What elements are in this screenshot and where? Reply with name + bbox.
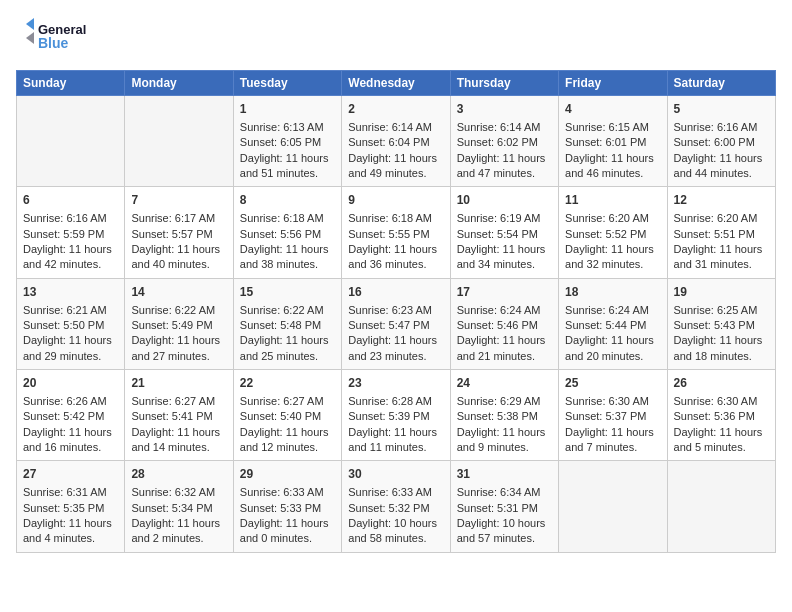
day-number: 7 <box>131 192 226 209</box>
cell-content-line: Sunset: 6:00 PM <box>674 135 769 150</box>
logo: General Blue <box>16 16 116 58</box>
calendar-cell: 15Sunrise: 6:22 AMSunset: 5:48 PMDayligh… <box>233 278 341 369</box>
day-number: 31 <box>457 466 552 483</box>
cell-content-line: Sunset: 6:02 PM <box>457 135 552 150</box>
cell-content-line: Sunrise: 6:18 AM <box>348 211 443 226</box>
weekday-header-friday: Friday <box>559 71 667 96</box>
cell-content-line: Sunset: 5:32 PM <box>348 501 443 516</box>
day-number: 11 <box>565 192 660 209</box>
calendar-cell: 3Sunrise: 6:14 AMSunset: 6:02 PMDaylight… <box>450 96 558 187</box>
cell-content-line: Sunset: 5:46 PM <box>457 318 552 333</box>
cell-content-line: Daylight: 11 hours and 7 minutes. <box>565 425 660 456</box>
cell-content-line: Sunrise: 6:20 AM <box>674 211 769 226</box>
calendar-cell <box>125 96 233 187</box>
day-number: 18 <box>565 284 660 301</box>
cell-content-line: Sunset: 5:42 PM <box>23 409 118 424</box>
calendar-cell: 30Sunrise: 6:33 AMSunset: 5:32 PMDayligh… <box>342 461 450 552</box>
cell-content-line: Daylight: 11 hours and 29 minutes. <box>23 333 118 364</box>
day-number: 29 <box>240 466 335 483</box>
cell-content-line: Sunrise: 6:23 AM <box>348 303 443 318</box>
cell-content-line: Sunrise: 6:29 AM <box>457 394 552 409</box>
day-number: 2 <box>348 101 443 118</box>
cell-content-line: Daylight: 11 hours and 38 minutes. <box>240 242 335 273</box>
cell-content-line: Daylight: 11 hours and 40 minutes. <box>131 242 226 273</box>
cell-content-line: Sunset: 5:39 PM <box>348 409 443 424</box>
cell-content-line: Daylight: 11 hours and 9 minutes. <box>457 425 552 456</box>
svg-marker-3 <box>26 32 34 44</box>
cell-content-line: Sunset: 5:54 PM <box>457 227 552 242</box>
day-number: 30 <box>348 466 443 483</box>
day-number: 24 <box>457 375 552 392</box>
day-number: 6 <box>23 192 118 209</box>
calendar-cell: 5Sunrise: 6:16 AMSunset: 6:00 PMDaylight… <box>667 96 775 187</box>
calendar-week-5: 27Sunrise: 6:31 AMSunset: 5:35 PMDayligh… <box>17 461 776 552</box>
calendar-cell: 6Sunrise: 6:16 AMSunset: 5:59 PMDaylight… <box>17 187 125 278</box>
cell-content-line: Sunrise: 6:24 AM <box>457 303 552 318</box>
calendar-cell: 2Sunrise: 6:14 AMSunset: 6:04 PMDaylight… <box>342 96 450 187</box>
cell-content-line: Sunrise: 6:14 AM <box>457 120 552 135</box>
cell-content-line: Sunrise: 6:25 AM <box>674 303 769 318</box>
day-number: 15 <box>240 284 335 301</box>
cell-content-line: Sunrise: 6:26 AM <box>23 394 118 409</box>
calendar-cell <box>667 461 775 552</box>
calendar-cell: 17Sunrise: 6:24 AMSunset: 5:46 PMDayligh… <box>450 278 558 369</box>
calendar-cell: 16Sunrise: 6:23 AMSunset: 5:47 PMDayligh… <box>342 278 450 369</box>
day-number: 23 <box>348 375 443 392</box>
day-number: 27 <box>23 466 118 483</box>
cell-content-line: Sunrise: 6:27 AM <box>131 394 226 409</box>
cell-content-line: Sunrise: 6:21 AM <box>23 303 118 318</box>
calendar-table: SundayMondayTuesdayWednesdayThursdayFrid… <box>16 70 776 553</box>
cell-content-line: Sunrise: 6:27 AM <box>240 394 335 409</box>
cell-content-line: Daylight: 11 hours and 16 minutes. <box>23 425 118 456</box>
day-number: 4 <box>565 101 660 118</box>
calendar-cell: 1Sunrise: 6:13 AMSunset: 6:05 PMDaylight… <box>233 96 341 187</box>
calendar-cell: 26Sunrise: 6:30 AMSunset: 5:36 PMDayligh… <box>667 370 775 461</box>
cell-content-line: Sunrise: 6:16 AM <box>23 211 118 226</box>
day-number: 16 <box>348 284 443 301</box>
cell-content-line: Sunset: 5:59 PM <box>23 227 118 242</box>
cell-content-line: Daylight: 11 hours and 34 minutes. <box>457 242 552 273</box>
cell-content-line: Sunset: 5:37 PM <box>565 409 660 424</box>
day-number: 3 <box>457 101 552 118</box>
weekday-header-wednesday: Wednesday <box>342 71 450 96</box>
calendar-week-2: 6Sunrise: 6:16 AMSunset: 5:59 PMDaylight… <box>17 187 776 278</box>
day-number: 26 <box>674 375 769 392</box>
day-number: 25 <box>565 375 660 392</box>
calendar-cell: 10Sunrise: 6:19 AMSunset: 5:54 PMDayligh… <box>450 187 558 278</box>
cell-content-line: Daylight: 11 hours and 32 minutes. <box>565 242 660 273</box>
cell-content-line: Daylight: 11 hours and 0 minutes. <box>240 516 335 547</box>
cell-content-line: Daylight: 11 hours and 11 minutes. <box>348 425 443 456</box>
day-number: 13 <box>23 284 118 301</box>
day-number: 21 <box>131 375 226 392</box>
cell-content-line: Sunrise: 6:33 AM <box>348 485 443 500</box>
cell-content-line: Sunset: 5:52 PM <box>565 227 660 242</box>
day-number: 22 <box>240 375 335 392</box>
cell-content-line: Sunrise: 6:22 AM <box>131 303 226 318</box>
cell-content-line: Sunset: 5:40 PM <box>240 409 335 424</box>
calendar-cell: 14Sunrise: 6:22 AMSunset: 5:49 PMDayligh… <box>125 278 233 369</box>
day-number: 1 <box>240 101 335 118</box>
cell-content-line: Daylight: 11 hours and 25 minutes. <box>240 333 335 364</box>
day-number: 5 <box>674 101 769 118</box>
calendar-cell: 25Sunrise: 6:30 AMSunset: 5:37 PMDayligh… <box>559 370 667 461</box>
calendar-body: 1Sunrise: 6:13 AMSunset: 6:05 PMDaylight… <box>17 96 776 553</box>
svg-marker-2 <box>26 18 34 30</box>
cell-content-line: Daylight: 11 hours and 2 minutes. <box>131 516 226 547</box>
calendar-cell: 18Sunrise: 6:24 AMSunset: 5:44 PMDayligh… <box>559 278 667 369</box>
calendar-cell <box>559 461 667 552</box>
cell-content-line: Sunset: 5:31 PM <box>457 501 552 516</box>
weekday-header-saturday: Saturday <box>667 71 775 96</box>
calendar-cell: 31Sunrise: 6:34 AMSunset: 5:31 PMDayligh… <box>450 461 558 552</box>
cell-content-line: Sunrise: 6:34 AM <box>457 485 552 500</box>
cell-content-line: Sunset: 5:49 PM <box>131 318 226 333</box>
cell-content-line: Sunset: 5:43 PM <box>674 318 769 333</box>
day-number: 8 <box>240 192 335 209</box>
calendar-cell: 21Sunrise: 6:27 AMSunset: 5:41 PMDayligh… <box>125 370 233 461</box>
weekday-header-sunday: Sunday <box>17 71 125 96</box>
day-number: 28 <box>131 466 226 483</box>
cell-content-line: Sunrise: 6:16 AM <box>674 120 769 135</box>
cell-content-line: Daylight: 11 hours and 18 minutes. <box>674 333 769 364</box>
calendar-week-4: 20Sunrise: 6:26 AMSunset: 5:42 PMDayligh… <box>17 370 776 461</box>
cell-content-line: Daylight: 11 hours and 21 minutes. <box>457 333 552 364</box>
weekday-header-row: SundayMondayTuesdayWednesdayThursdayFrid… <box>17 71 776 96</box>
